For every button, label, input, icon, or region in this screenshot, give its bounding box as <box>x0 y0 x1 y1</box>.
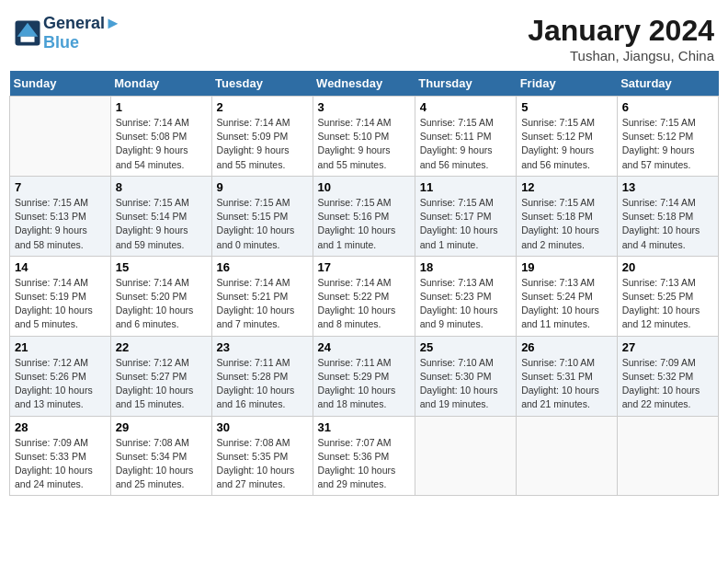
month-year: January 2024 <box>528 14 714 48</box>
day-info: Sunrise: 7:15 AM Sunset: 5:17 PM Dayligh… <box>420 196 511 252</box>
day-number: 11 <box>420 180 511 194</box>
day-number: 20 <box>622 260 713 274</box>
day-info: Sunrise: 7:08 AM Sunset: 5:34 PM Dayligh… <box>116 436 207 492</box>
logo-text: General► Blue <box>43 14 121 52</box>
calendar-cell: 31Sunrise: 7:07 AM Sunset: 5:36 PM Dayli… <box>313 416 415 496</box>
day-info: Sunrise: 7:12 AM Sunset: 5:26 PM Dayligh… <box>15 356 106 412</box>
calendar-cell: 14Sunrise: 7:14 AM Sunset: 5:19 PM Dayli… <box>10 256 111 336</box>
day-info: Sunrise: 7:15 AM Sunset: 5:12 PM Dayligh… <box>521 116 612 172</box>
day-number: 21 <box>15 340 106 354</box>
week-row: 1Sunrise: 7:14 AM Sunset: 5:08 PM Daylig… <box>10 97 719 177</box>
day-number: 22 <box>116 340 207 354</box>
calendar-cell: 16Sunrise: 7:14 AM Sunset: 5:21 PM Dayli… <box>211 256 313 336</box>
day-number: 17 <box>318 260 410 274</box>
col-header-thursday: Thursday <box>415 71 516 97</box>
day-number: 18 <box>420 260 511 274</box>
day-number: 9 <box>217 180 308 194</box>
day-number: 30 <box>217 420 308 434</box>
day-info: Sunrise: 7:15 AM Sunset: 5:13 PM Dayligh… <box>15 196 106 252</box>
calendar-cell: 12Sunrise: 7:15 AM Sunset: 5:18 PM Dayli… <box>517 176 618 256</box>
day-info: Sunrise: 7:11 AM Sunset: 5:29 PM Dayligh… <box>318 356 410 412</box>
calendar-cell: 3Sunrise: 7:14 AM Sunset: 5:10 PM Daylig… <box>313 97 415 177</box>
calendar-cell: 10Sunrise: 7:15 AM Sunset: 5:16 PM Dayli… <box>313 176 415 256</box>
day-info: Sunrise: 7:14 AM Sunset: 5:21 PM Dayligh… <box>217 276 308 332</box>
title-block: January 2024 Tushan, Jiangsu, China <box>528 14 714 63</box>
calendar-cell: 6Sunrise: 7:15 AM Sunset: 5:12 PM Daylig… <box>617 97 718 177</box>
day-info: Sunrise: 7:14 AM Sunset: 5:08 PM Dayligh… <box>116 116 207 172</box>
calendar-cell: 17Sunrise: 7:14 AM Sunset: 5:22 PM Dayli… <box>313 256 415 336</box>
day-number: 16 <box>217 260 308 274</box>
calendar-cell: 15Sunrise: 7:14 AM Sunset: 5:20 PM Dayli… <box>110 256 211 336</box>
col-header-sunday: Sunday <box>10 71 111 97</box>
week-row: 21Sunrise: 7:12 AM Sunset: 5:26 PM Dayli… <box>10 336 719 416</box>
day-number: 13 <box>622 180 713 194</box>
calendar-cell: 20Sunrise: 7:13 AM Sunset: 5:25 PM Dayli… <box>617 256 718 336</box>
day-number: 19 <box>521 260 612 274</box>
day-number: 8 <box>116 180 207 194</box>
calendar-cell: 27Sunrise: 7:09 AM Sunset: 5:32 PM Dayli… <box>617 336 718 416</box>
day-number: 27 <box>622 340 713 354</box>
calendar-cell: 19Sunrise: 7:13 AM Sunset: 5:24 PM Dayli… <box>517 256 618 336</box>
calendar-cell: 7Sunrise: 7:15 AM Sunset: 5:13 PM Daylig… <box>10 176 111 256</box>
day-info: Sunrise: 7:08 AM Sunset: 5:35 PM Dayligh… <box>217 436 308 492</box>
day-info: Sunrise: 7:12 AM Sunset: 5:27 PM Dayligh… <box>116 356 207 412</box>
calendar-cell: 26Sunrise: 7:10 AM Sunset: 5:31 PM Dayli… <box>517 336 618 416</box>
week-row: 14Sunrise: 7:14 AM Sunset: 5:19 PM Dayli… <box>10 256 719 336</box>
page-header: General► Blue January 2024 Tushan, Jiang… <box>9 9 719 63</box>
day-number: 26 <box>521 340 612 354</box>
calendar-cell: 13Sunrise: 7:14 AM Sunset: 5:18 PM Dayli… <box>617 176 718 256</box>
day-info: Sunrise: 7:14 AM Sunset: 5:22 PM Dayligh… <box>318 276 410 332</box>
calendar-table: SundayMondayTuesdayWednesdayThursdayFrid… <box>9 71 719 496</box>
calendar-cell: 1Sunrise: 7:14 AM Sunset: 5:08 PM Daylig… <box>110 97 211 177</box>
day-number: 12 <box>521 180 612 194</box>
day-number: 24 <box>318 340 410 354</box>
calendar-cell: 9Sunrise: 7:15 AM Sunset: 5:15 PM Daylig… <box>211 176 313 256</box>
day-info: Sunrise: 7:13 AM Sunset: 5:23 PM Dayligh… <box>420 276 511 332</box>
calendar-cell: 25Sunrise: 7:10 AM Sunset: 5:30 PM Dayli… <box>415 336 516 416</box>
day-number: 6 <box>622 100 713 114</box>
col-header-tuesday: Tuesday <box>211 71 313 97</box>
calendar-cell: 11Sunrise: 7:15 AM Sunset: 5:17 PM Dayli… <box>415 176 516 256</box>
calendar-header-row: SundayMondayTuesdayWednesdayThursdayFrid… <box>10 71 719 97</box>
col-header-monday: Monday <box>110 71 211 97</box>
day-info: Sunrise: 7:09 AM Sunset: 5:33 PM Dayligh… <box>15 436 106 492</box>
day-number: 14 <box>15 260 106 274</box>
day-info: Sunrise: 7:14 AM Sunset: 5:18 PM Dayligh… <box>622 196 713 252</box>
calendar-cell: 22Sunrise: 7:12 AM Sunset: 5:27 PM Dayli… <box>110 336 211 416</box>
day-info: Sunrise: 7:14 AM Sunset: 5:19 PM Dayligh… <box>15 276 106 332</box>
calendar-cell: 2Sunrise: 7:14 AM Sunset: 5:09 PM Daylig… <box>211 97 313 177</box>
day-info: Sunrise: 7:14 AM Sunset: 5:20 PM Dayligh… <box>116 276 207 332</box>
col-header-saturday: Saturday <box>617 71 718 97</box>
day-info: Sunrise: 7:14 AM Sunset: 5:10 PM Dayligh… <box>318 116 410 172</box>
svg-rect-2 <box>21 37 35 42</box>
day-info: Sunrise: 7:15 AM Sunset: 5:11 PM Dayligh… <box>420 116 511 172</box>
calendar-cell <box>415 416 516 496</box>
col-header-friday: Friday <box>517 71 618 97</box>
calendar-cell: 28Sunrise: 7:09 AM Sunset: 5:33 PM Dayli… <box>10 416 111 496</box>
week-row: 28Sunrise: 7:09 AM Sunset: 5:33 PM Dayli… <box>10 416 719 496</box>
day-number: 3 <box>318 100 410 114</box>
day-number: 2 <box>217 100 308 114</box>
day-info: Sunrise: 7:13 AM Sunset: 5:25 PM Dayligh… <box>622 276 713 332</box>
day-info: Sunrise: 7:15 AM Sunset: 5:12 PM Dayligh… <box>622 116 713 172</box>
day-info: Sunrise: 7:11 AM Sunset: 5:28 PM Dayligh… <box>217 356 308 412</box>
day-info: Sunrise: 7:15 AM Sunset: 5:14 PM Dayligh… <box>116 196 207 252</box>
day-info: Sunrise: 7:10 AM Sunset: 5:31 PM Dayligh… <box>521 356 612 412</box>
day-number: 29 <box>116 420 207 434</box>
day-info: Sunrise: 7:13 AM Sunset: 5:24 PM Dayligh… <box>521 276 612 332</box>
day-number: 23 <box>217 340 308 354</box>
day-info: Sunrise: 7:09 AM Sunset: 5:32 PM Dayligh… <box>622 356 713 412</box>
location: Tushan, Jiangsu, China <box>528 48 714 63</box>
day-info: Sunrise: 7:15 AM Sunset: 5:15 PM Dayligh… <box>217 196 308 252</box>
week-row: 7Sunrise: 7:15 AM Sunset: 5:13 PM Daylig… <box>10 176 719 256</box>
day-number: 31 <box>318 420 410 434</box>
calendar-cell: 5Sunrise: 7:15 AM Sunset: 5:12 PM Daylig… <box>517 97 618 177</box>
calendar-body: 1Sunrise: 7:14 AM Sunset: 5:08 PM Daylig… <box>10 97 719 496</box>
logo-icon <box>14 19 41 47</box>
day-number: 5 <box>521 100 612 114</box>
day-number: 28 <box>15 420 106 434</box>
day-number: 15 <box>116 260 207 274</box>
calendar-cell <box>10 97 111 177</box>
calendar-cell: 23Sunrise: 7:11 AM Sunset: 5:28 PM Dayli… <box>211 336 313 416</box>
day-number: 7 <box>15 180 106 194</box>
